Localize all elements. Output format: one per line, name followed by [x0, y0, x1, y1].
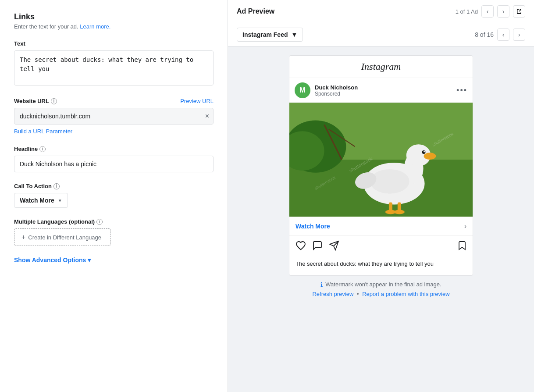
external-link-icon[interactable] [513, 5, 525, 18]
placement-dropdown[interactable]: Instagram Feed ▼ [237, 28, 303, 42]
panel-title: Links [14, 12, 214, 21]
refresh-preview-link[interactable]: Refresh preview [312, 291, 353, 297]
advanced-chevron-down-icon: ▾ [88, 257, 91, 264]
next-placement-button[interactable]: › [513, 29, 525, 41]
multilang-button-label: Create in Different Language [28, 234, 101, 241]
clear-url-icon[interactable]: × [205, 113, 209, 120]
multilang-group: Multiple Languages (optional) i + Create… [14, 218, 214, 246]
ig-share-icon[interactable] [329, 240, 339, 253]
build-url-link[interactable]: Build a URL Parameter [14, 128, 72, 135]
ig-actions-row [289, 236, 473, 258]
url-field-wrapper: × [14, 108, 214, 125]
placement-chevron-down-icon: ▼ [291, 31, 297, 38]
cta-group: Call To Action i Watch More ▼ [14, 183, 214, 208]
headline-label: Headline [14, 146, 38, 152]
cta-label-row: Call To Action i [14, 183, 214, 189]
show-advanced-label: Show Advanced Options [14, 257, 86, 264]
website-url-info-icon[interactable]: i [51, 98, 57, 104]
cta-value: Watch More [20, 197, 54, 204]
ad-preview-header: Ad Preview 1 of 1 Ad ‹ › [228, 0, 534, 23]
preview-footer-links: Refresh preview • Report a problem with … [312, 291, 449, 297]
website-url-group: Website URL i Preview URL × Build a URL … [14, 98, 214, 135]
cta-dropdown[interactable]: Watch More ▼ [14, 193, 68, 208]
ig-watch-more-arrow-icon: › [464, 222, 466, 230]
headline-label-row: Headline i [14, 146, 214, 152]
ig-post-header: M Duck Nicholson Sponsored ••• [289, 78, 473, 103]
svg-point-12 [370, 169, 409, 194]
ig-more-options-icon[interactable]: ••• [456, 86, 467, 95]
ad-preview-nav: 1 of 1 Ad ‹ › [456, 5, 525, 18]
ig-sponsored: Sponsored [315, 91, 358, 97]
text-label: Text [14, 40, 214, 47]
panel-subtitle: Enter the text for your ad. Learn more. [14, 23, 214, 30]
footer-dot-separator: • [357, 291, 359, 297]
ad-counter: 1 of 1 Ad [456, 8, 478, 15]
prev-ad-button[interactable]: ‹ [481, 5, 494, 18]
instagram-card: Instagram M Duck Nicholson Sponsored ••• [289, 55, 473, 276]
learn-more-link[interactable]: Learn more. [80, 23, 110, 30]
ig-action-icons-group [295, 240, 339, 253]
ig-header-bar: Instagram [289, 56, 473, 78]
url-label-row: Website URL i [14, 98, 57, 104]
placement-counter-text: 8 of 16 [475, 31, 494, 38]
ig-watch-more-text: Watch More [295, 223, 330, 230]
multilang-info-icon[interactable]: i [96, 219, 103, 225]
ig-like-icon[interactable] [295, 240, 306, 253]
preview-content: Instagram M Duck Nicholson Sponsored ••• [228, 46, 534, 392]
left-panel: Links Enter the text for your ad. Learn … [0, 0, 228, 392]
show-advanced-button[interactable]: Show Advanced Options ▾ [14, 257, 91, 264]
ig-caption: The secret about ducks: what they are tr… [289, 258, 473, 275]
right-panel: Ad Preview 1 of 1 Ad ‹ › Instagram Feed … [228, 0, 534, 392]
website-url-label: Website URL [14, 98, 49, 104]
watermark-notice: Watermark won't appear in the final ad i… [325, 281, 441, 288]
avatar: M [295, 82, 310, 98]
ig-user-info: M Duck Nicholson Sponsored [295, 82, 358, 98]
plus-icon: + [21, 233, 25, 241]
ig-bookmark-icon[interactable] [457, 240, 466, 253]
create-language-button[interactable]: + Create in Different Language [14, 228, 110, 246]
info-circle-icon: ℹ [320, 281, 323, 288]
next-ad-button[interactable]: › [497, 5, 509, 18]
ig-post-image: shutterstock shutterstock shutterstock [289, 103, 473, 217]
placement-bar: Instagram Feed ▼ 8 of 16 ‹ › [228, 23, 534, 46]
placement-label: Instagram Feed [242, 31, 288, 38]
headline-input[interactable] [14, 156, 214, 172]
ig-username: Duck Nicholson [315, 84, 358, 91]
cta-info-icon[interactable]: i [53, 183, 60, 189]
headline-info-icon[interactable]: i [39, 146, 46, 152]
prev-placement-button[interactable]: ‹ [497, 29, 509, 41]
ig-comment-icon[interactable] [312, 240, 323, 253]
text-textarea[interactable]: The secret about ducks: what they are tr… [14, 50, 214, 86]
placement-counter-group: 8 of 16 ‹ › [475, 29, 525, 41]
preview-footer: ℹ Watermark won't appear in the final ad… [303, 276, 458, 303]
cta-chevron-down-icon: ▼ [58, 198, 62, 203]
preview-url-link[interactable]: Preview URL [180, 98, 214, 104]
ig-user-details: Duck Nicholson Sponsored [315, 84, 358, 97]
report-problem-link[interactable]: Report a problem with this preview [362, 291, 449, 297]
svg-point-11 [424, 151, 425, 153]
ig-watch-more-row[interactable]: Watch More › [289, 217, 473, 236]
url-field-header: Website URL i Preview URL [14, 98, 214, 104]
preview-footer-notice: ℹ Watermark won't appear in the final ad… [320, 281, 441, 288]
multilang-label-row: Multiple Languages (optional) i [14, 218, 214, 225]
website-url-input[interactable] [14, 108, 214, 125]
svg-point-17 [394, 210, 405, 214]
ad-preview-title: Ad Preview [237, 7, 274, 15]
cta-label: Call To Action [14, 183, 52, 189]
svg-point-9 [424, 153, 436, 160]
multilang-label: Multiple Languages (optional) [14, 218, 95, 225]
instagram-logo: Instagram [361, 61, 401, 72]
headline-group: Headline i [14, 146, 214, 172]
text-field-group: Text The secret about ducks: what they a… [14, 40, 214, 87]
duck-image-svg: shutterstock shutterstock shutterstock [289, 103, 473, 217]
